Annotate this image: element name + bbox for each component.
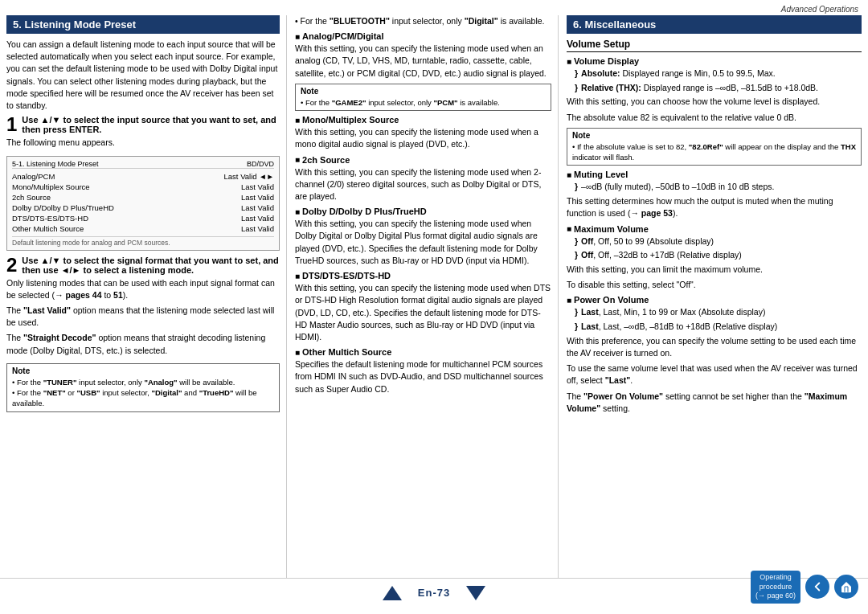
muting-text: This setting determines how much the out… (567, 195, 862, 219)
volume-display-header: Volume Display (567, 56, 862, 66)
page-label: En-73 (418, 587, 450, 599)
powervol-header: Power On Volume (567, 295, 862, 305)
right-column: 6. Miscellaneous Volume Setup Volume Dis… (558, 15, 862, 578)
section6-header: 6. Miscellaneous (567, 15, 862, 34)
mid-column: • For the "BLUETOOTH" input selector, on… (286, 15, 551, 578)
step2-sub1: Only listening modes that can be used wi… (6, 277, 280, 301)
maxvol-text2: To disable this setting, select "Off". (567, 279, 862, 291)
volume-display-sub: Absolute: Displayed range is Min, 0.5 to… (567, 68, 862, 93)
maxvol-sub: Off, Off, 50 to 99 (Absolute display) Of… (567, 235, 862, 261)
step2-number: 2 (6, 256, 17, 275)
step2-sub2: The "Last Valid" option means that the l… (6, 305, 280, 329)
analog-header: Analog/PCM/Digital (295, 31, 551, 41)
maxvol-b2: Off, Off, –32dB to +17dB (Relative displ… (575, 249, 862, 261)
nav-down-button[interactable] (466, 586, 485, 600)
page-header: Advanced Operations (0, 0, 868, 15)
menu-row-2: 2ch Source Last Valid (12, 192, 274, 203)
muting-header: Muting Level (567, 170, 862, 179)
powervol-note: The "Power On Volume" setting cannot be … (567, 391, 862, 415)
step1-number: 1 (6, 115, 17, 134)
step2-text: Use ▲/▼ to select the signal format that… (22, 256, 280, 275)
left-column: 5. Listening Mode Preset You can assign … (6, 15, 280, 578)
step1-block: 1 Use ▲/▼ to select the input source tha… (6, 115, 280, 149)
step1-text: Use ▲/▼ to select the input source that … (22, 115, 280, 134)
mono-text: With this setting, you can specify the l… (295, 126, 551, 150)
dts-text: With this setting, you can specify the l… (295, 282, 551, 343)
powervol-b2: Last, Last, –∞dB, –81dB to +18dB (Relati… (575, 321, 862, 333)
menu-row-0: Analog/PCM Last Valid ◄► (12, 171, 274, 182)
note-box-game2: Note • For the "GAME2" input selector, o… (295, 84, 551, 111)
back-button[interactable] (805, 575, 829, 599)
maxvol-header: Maximum Volume (567, 224, 862, 234)
footer: En-73 Operating procedure (→ page 60) (0, 578, 868, 607)
section5-header: 5. Listening Mode Preset (6, 15, 280, 34)
other-text: Specifies the default listening mode for… (295, 358, 551, 395)
step2-sub3: The "Straight Decode" option means that … (6, 332, 280, 356)
nav-up-button[interactable] (383, 586, 402, 600)
dts-header: DTS/DTS-ES/DTS-HD (295, 271, 551, 280)
dolby-header: Dolby D/Dolby D Plus/TrueHD (295, 207, 551, 216)
powervol-text2: To use the same volume level that was us… (567, 362, 862, 387)
powervol-sub: Last, Last, Min, 1 to 99 or Max (Absolut… (567, 306, 862, 332)
note-box-1: Note • For the "TUNER" input selector, o… (6, 363, 280, 412)
powervol-text1: With this preference, you can specify th… (567, 335, 862, 359)
step2-block: 2 Use ▲/▼ to select the signal format th… (6, 256, 280, 357)
menu-row-1: Mono/Multiplex Source Last Valid (12, 182, 274, 192)
dolby-text: With this setting, you can specify the l… (295, 218, 551, 267)
operating-procedure-button[interactable]: Operating procedure (→ page 60) (751, 571, 800, 604)
other-header: Other Multich Source (295, 347, 551, 357)
menu-diagram-footer: Default listening mode for analog and PC… (12, 236, 274, 247)
step1-sub: The following menu appears. (6, 137, 280, 149)
home-button[interactable] (834, 575, 858, 599)
menu-row-4: DTS/DTS-ES/DTS-HD Last Valid (12, 213, 274, 223)
relative-bullet: Relative (THX): Displayed range is –∞dB,… (575, 82, 862, 94)
ch2-header: 2ch Source (295, 155, 551, 165)
header-label: Advanced Operations (781, 5, 858, 14)
mono-header: Mono/Multiplex Source (295, 115, 551, 125)
maxvol-text1: With this setting, you can limit the max… (567, 264, 862, 276)
volume-setup-title: Volume Setup (567, 39, 862, 52)
abs-equiv: The absolute value 82 is equivalent to t… (567, 112, 862, 124)
menu-diagram-title: 5-1. Listening Mode Preset BD/DVD (12, 160, 274, 169)
analog-text: With this setting, you can specify the l… (295, 43, 551, 80)
volume-display-desc: With this setting, you can choose how th… (567, 96, 862, 108)
menu-row-5: Other Multich Source Last Valid (12, 223, 274, 234)
note-box-82ref: Note • If the absolute value is set to 8… (567, 128, 862, 166)
footer-right: Operating procedure (→ page 60) (751, 571, 858, 604)
menu-diagram: 5-1. Listening Mode Preset BD/DVD Analog… (6, 156, 280, 251)
bluetooth-note: • For the "BLUETOOTH" input selector, on… (295, 15, 551, 27)
menu-row-3: Dolby D/Dolby D Plus/TrueHD Last Valid (12, 203, 274, 213)
section5-intro: You can assign a default listening mode … (6, 39, 280, 112)
powervol-b1: Last, Last, Min, 1 to 99 or Max (Absolut… (575, 306, 862, 318)
muting-bullet: –∞dB (fully muted), –50dB to –10dB in 10… (575, 181, 862, 193)
muting-sub: –∞dB (fully muted), –50dB to –10dB in 10… (567, 181, 862, 193)
maxvol-b1: Off, Off, 50 to 99 (Absolute display) (575, 235, 862, 248)
absolute-bullet: Absolute: Displayed range is Min, 0.5 to… (575, 68, 862, 80)
ch2-text: With this setting, you can specify the l… (295, 166, 551, 203)
